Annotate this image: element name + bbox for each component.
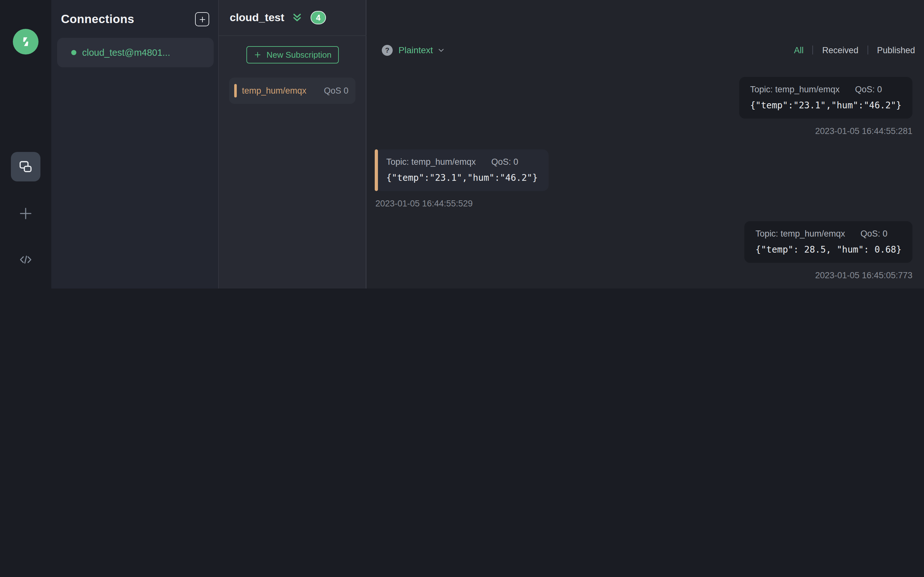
connection-name: cloud_test@m4801...	[82, 47, 170, 58]
subscription-item[interactable]: temp_hum/emqx QoS 0	[229, 77, 355, 104]
subscription-topic: temp_hum/emqx	[242, 86, 324, 95]
message-qos: QoS: 0	[491, 157, 518, 167]
message-timestamp: 2023-01-05 16:44:55:529	[375, 199, 473, 208]
tab-received[interactable]: Received	[822, 45, 859, 55]
message-card: Topic: temp_hum/emqx QoS: 0 {"temp": 28.…	[745, 221, 913, 263]
mqttx-logo	[13, 29, 39, 55]
message-qos: QoS: 0	[861, 229, 887, 239]
sidebar-item-script[interactable]	[11, 245, 40, 274]
message-filter-tabs: All Received Published	[794, 45, 915, 55]
connection-list-item[interactable]: cloud_test@m4801...	[57, 38, 214, 67]
sidebar-item-new-connection[interactable]	[11, 199, 40, 228]
code-icon	[18, 252, 33, 268]
subscription-qos: QoS 0	[324, 86, 349, 95]
mqttx-window: Connections cloud_test@m4801... New Subs…	[0, 0, 924, 288]
message-card: Topic: temp_hum/emqx QoS: 0 {"temp":"23.…	[739, 77, 913, 119]
new-subscription-label: New Subscription	[267, 50, 331, 60]
subscription-color-bar	[234, 84, 237, 97]
tab-divider	[867, 45, 868, 55]
connections-icon	[18, 159, 33, 174]
left-rail	[0, 0, 51, 288]
payload-format-help-icon[interactable]: ?	[382, 45, 393, 55]
plus-icon	[198, 15, 206, 23]
connections-panel: Connections cloud_test@m4801...	[51, 0, 219, 288]
message-topic: Topic: temp_hum/emqx	[386, 157, 476, 167]
collapse-chevrons-icon[interactable]	[291, 12, 303, 23]
plus-icon	[254, 51, 262, 59]
tab-published[interactable]: Published	[877, 45, 915, 55]
message-topic: Topic: temp_hum/emqx	[750, 85, 840, 94]
message-count-badge: 4	[310, 11, 326, 24]
connections-title: Connections	[61, 12, 134, 26]
message-card: Topic: temp_hum/emqx QoS: 0 {"temp":"23.…	[375, 149, 549, 191]
message-published: Topic: temp_hum/emqx QoS: 0 {"temp":"23.…	[739, 77, 913, 136]
message-timestamp: 2023-01-05 16:45:05:773	[815, 271, 913, 280]
message-payload: {"temp":"23.1","hum":"46.2"}	[386, 172, 538, 183]
new-connection-button[interactable]	[195, 12, 209, 26]
message-topic: Topic: temp_hum/emqx	[756, 229, 845, 239]
connections-header: Connections	[61, 11, 209, 27]
message-published: Topic: temp_hum/emqx QoS: 0 {"temp": 28.…	[745, 221, 913, 280]
connection-title: cloud_test	[230, 11, 284, 24]
connected-status-dot	[71, 50, 76, 55]
message-format-select[interactable]: Plaintext	[399, 45, 433, 55]
message-area: ? Plaintext All Received Published Topic…	[367, 0, 924, 288]
subscription-color-bar	[375, 149, 378, 191]
chevron-down-icon[interactable]	[437, 46, 445, 54]
message-received: Topic: temp_hum/emqx QoS: 0 {"temp":"23.…	[375, 149, 549, 208]
mqttx-logo-mark	[19, 35, 33, 49]
message-filter-row: ? Plaintext All Received Published	[382, 44, 915, 56]
message-timestamp: 2023-01-05 16:44:55:281	[815, 126, 913, 136]
message-payload: {"temp": 28.5, "hum": 0.68}	[756, 244, 901, 255]
subscriptions-panel: New Subscription temp_hum/emqx QoS 0	[219, 0, 367, 288]
new-subscription-button[interactable]: New Subscription	[246, 46, 339, 63]
sidebar-item-connections[interactable]	[11, 152, 40, 181]
tab-all[interactable]: All	[794, 45, 804, 55]
plus-icon	[17, 205, 34, 222]
tab-divider	[813, 45, 813, 55]
message-qos: QoS: 0	[855, 85, 882, 94]
message-payload: {"temp":"23.1","hum":"46.2"}	[750, 100, 901, 110]
